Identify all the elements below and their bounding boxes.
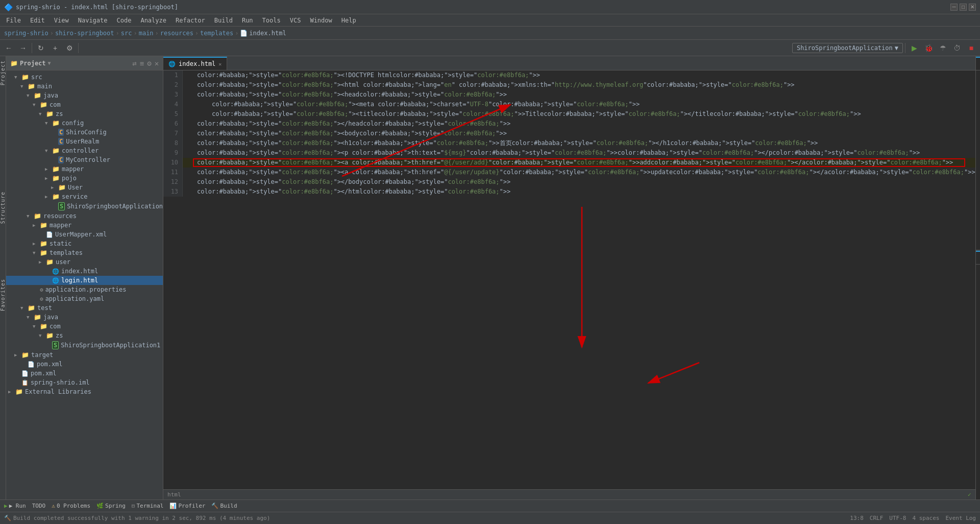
menu-item-edit[interactable]: Edit (26, 16, 49, 25)
menu-item-view[interactable]: View (50, 16, 73, 25)
toolbar-forward-button[interactable]: → (16, 41, 30, 55)
tree-item[interactable]: ▼📁controller (6, 146, 163, 155)
tree-item[interactable]: SShiroSpringbootApplication1 (6, 340, 163, 350)
tree-item[interactable]: ▶📁User (6, 183, 163, 192)
tree-item[interactable]: ▶📁External Libraries (6, 387, 163, 396)
tree-item[interactable]: ▼📁test (6, 303, 163, 313)
tree-item[interactable]: ▶📁static (6, 239, 163, 248)
tree-item[interactable]: ▶📁mapper (6, 221, 163, 230)
tree-item[interactable]: CMyController (6, 155, 163, 164)
sidebar-project-tab[interactable]: Project (0, 60, 6, 85)
tree-item[interactable]: ⚙application.properties (6, 285, 163, 294)
tree-item[interactable]: ▶📁service (6, 192, 163, 201)
menu-item-vcs[interactable]: VCS (286, 16, 305, 25)
menu-item-tools[interactable]: Tools (258, 16, 285, 25)
terminal-button[interactable]: ⊟ Terminal (132, 503, 164, 509)
tree-item[interactable]: CShiroConfig (6, 128, 163, 137)
toolbar-settings-button[interactable]: ⚙ (63, 41, 76, 55)
maximize-button[interactable]: □ (960, 4, 967, 11)
spring-button[interactable]: 🌿 Spring (96, 503, 126, 509)
breadcrumb-item-spring-shrio[interactable]: spring-shrio (4, 30, 48, 37)
run-config-selector[interactable]: ShiroSpringbootApplication ▼ (792, 43, 903, 53)
debug-button[interactable]: 🐞 (922, 41, 935, 55)
menu-item-help[interactable]: Help (337, 16, 360, 25)
tree-item[interactable]: ▼📁zs (6, 331, 163, 340)
todo-button[interactable]: TODO (32, 503, 46, 509)
project-sync-button[interactable]: ⇄ (132, 59, 136, 67)
project-tree[interactable]: ▼📁src▼📁main▼📁java▼📁com▼📁zs▼📁configCShiro… (6, 70, 163, 499)
breadcrumb-item-shiro-springboot[interactable]: shiro-springboot (55, 30, 114, 37)
menu-item-navigate[interactable]: Navigate (74, 16, 112, 25)
tree-item[interactable]: ▶📁pojo (6, 174, 163, 183)
tree-item[interactable]: 📋spring-shrio.iml (6, 378, 163, 387)
profile-button[interactable]: ⏱ (950, 41, 964, 55)
tab-shiroconfig[interactable]: ☕ ShiroConfig.java ✕ (976, 251, 980, 264)
tab-mycontroller[interactable]: ☕ MyController.java ✕ (976, 57, 980, 70)
left-code-wrapper[interactable]: 1color:#bababa;">style="color:#e8bf6a;">… (163, 70, 975, 489)
run-tab-button[interactable]: ▶ ▶ Run (4, 503, 26, 509)
tree-item-name: templates (50, 249, 83, 256)
menu-item-run[interactable]: Run (238, 16, 257, 25)
menu-item-code[interactable]: Code (113, 16, 136, 25)
tree-item[interactable]: 📄UserMapper.xml (6, 230, 163, 239)
project-settings-button[interactable]: ⚙ (147, 59, 151, 67)
tab-index-html[interactable]: 🌐 index.html ✕ (163, 57, 227, 70)
breadcrumb-item-src[interactable]: src (121, 30, 132, 37)
right-top-code-wrapper[interactable] (976, 70, 980, 250)
stop-button[interactable]: ■ (965, 41, 978, 55)
tree-item[interactable]: ▼📁java (6, 313, 163, 322)
profiler-button[interactable]: 📊 Profiler (169, 503, 205, 509)
tree-icon: 📁 (46, 110, 54, 117)
tree-arrow: ▼ (45, 148, 51, 153)
bottom-bar: ▶ ▶ Run TODO ⚠ 0 Problems 🌿 Spring ⊟ Ter… (0, 499, 980, 512)
minimize-button[interactable]: ─ (950, 4, 958, 11)
line-ending[interactable]: CRLF (870, 515, 884, 521)
tree-item[interactable]: ▼📁templates (6, 248, 163, 257)
toolbar-refresh-button[interactable]: ↻ (34, 41, 47, 55)
run-button[interactable]: ▶ (908, 41, 921, 55)
menu-item-file[interactable]: File (2, 16, 25, 25)
sidebar-favorites-tab[interactable]: Favorites (0, 279, 6, 311)
toolbar-back-button[interactable]: ← (2, 41, 15, 55)
tree-item[interactable]: 🌐index.html (6, 267, 163, 276)
tree-item[interactable]: ▼📁main (6, 82, 163, 91)
tree-item[interactable]: CUserRealm (6, 137, 163, 146)
tree-item[interactable]: ▶📁user (6, 257, 163, 267)
breadcrumb-item-main[interactable]: main (139, 30, 154, 37)
tree-item[interactable]: ⚙application.yaml (6, 294, 163, 303)
project-dropdown-arrow[interactable]: ▼ (48, 60, 51, 66)
menu-item-refactor[interactable]: Refactor (172, 16, 209, 25)
tree-item[interactable]: ▼📁com (6, 100, 163, 109)
tree-item[interactable]: ▶📁target (6, 350, 163, 360)
project-close-button[interactable]: ✕ (155, 59, 159, 67)
right-bottom-code-wrapper[interactable] (976, 265, 980, 499)
tree-item[interactable]: ▼📁zs (6, 109, 163, 118)
tree-item[interactable]: ▶📁mapper (6, 164, 163, 174)
event-log-button[interactable]: Event Log (945, 515, 976, 521)
indent-size[interactable]: 4 spaces (912, 515, 939, 521)
build-button[interactable]: 🔨 Build (211, 503, 237, 509)
tree-item-name: application.yaml (45, 295, 105, 302)
close-button[interactable]: ✕ (969, 4, 976, 11)
encoding[interactable]: UTF-8 (889, 515, 906, 521)
sidebar-structure-tab[interactable]: Structure (0, 192, 6, 224)
menu-item-analyze[interactable]: Analyze (136, 16, 170, 25)
breadcrumb-item-resources[interactable]: resources (160, 30, 193, 37)
toolbar-add-button[interactable]: + (48, 41, 62, 55)
tree-item[interactable]: ▼📁resources (6, 211, 163, 221)
tab-close-button[interactable]: ✕ (218, 61, 222, 67)
coverage-button[interactable]: ☂ (936, 41, 949, 55)
tree-item[interactable]: ▼📁java (6, 91, 163, 100)
menu-item-build[interactable]: Build (210, 16, 237, 25)
tree-item[interactable]: ▼📁src (6, 73, 163, 82)
tree-item[interactable]: 📄pom.xml (6, 360, 163, 369)
problems-button[interactable]: ⚠ 0 Problems (52, 503, 90, 509)
project-collapse-button[interactable]: ≡ (140, 59, 144, 67)
tree-item[interactable]: ▼📁config (6, 118, 163, 128)
tree-item[interactable]: SShiroSpringbootApplication (6, 201, 163, 211)
tree-item[interactable]: 🌐login.html (6, 276, 163, 285)
tree-item[interactable]: 📄pom.xml (6, 369, 163, 378)
breadcrumb-item-templates[interactable]: templates (200, 30, 233, 37)
menu-item-window[interactable]: Window (306, 16, 336, 25)
tree-item[interactable]: ▼📁com (6, 322, 163, 331)
